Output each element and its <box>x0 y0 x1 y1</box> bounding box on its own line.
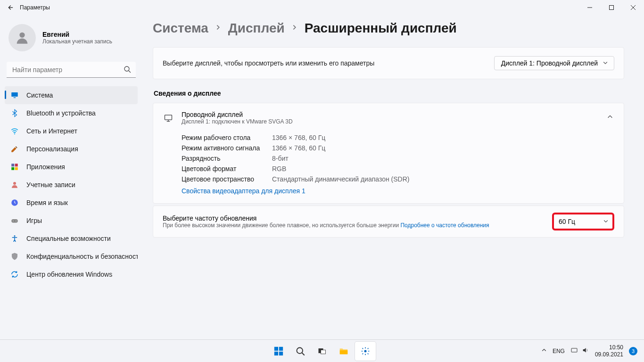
accounts-icon <box>10 181 19 189</box>
system-icon <box>10 91 19 99</box>
file-explorer-button[interactable] <box>333 342 354 361</box>
sidebar-item-label: Центр обновления Windows <box>26 271 112 278</box>
search-icon <box>124 66 131 75</box>
settings-app-button[interactable] <box>355 342 376 361</box>
network-icon[interactable] <box>570 346 578 355</box>
info-key: Режим активного сигнала <box>182 144 272 152</box>
expander-title: Проводной дисплей <box>182 111 293 118</box>
display-info-expander: Проводной дисплей Дисплей 1: подключен к… <box>153 103 624 204</box>
svg-rect-31 <box>340 350 348 354</box>
expander-header[interactable]: Проводной дисплей Дисплей 1: подключен к… <box>153 103 624 132</box>
sidebar-item-label: Конфиденциальность и безопасность <box>26 253 138 260</box>
sidebar-item-gaming[interactable]: Игры <box>5 212 138 230</box>
sidebar-item-label: Приложения <box>26 163 65 171</box>
info-key: Цветовое пространство <box>182 175 272 183</box>
info-value: Стандартный динамический диапазон (SDR) <box>272 175 409 183</box>
sidebar-item-update[interactable]: Центр обновления Windows <box>5 265 138 283</box>
svg-rect-13 <box>15 167 18 170</box>
breadcrumb-system[interactable]: Система <box>153 21 208 36</box>
maximize-button[interactable] <box>601 0 622 15</box>
sidebar-item-accessibility[interactable]: Специальные возможности <box>5 230 138 247</box>
expander-sub: Дисплей 1: подключен к VMware SVGA 3D <box>182 118 293 125</box>
svg-rect-25 <box>274 351 278 355</box>
svg-point-17 <box>13 221 14 222</box>
task-view-button[interactable] <box>312 342 332 361</box>
svg-point-5 <box>124 66 129 71</box>
sidebar-item-bluetooth[interactable]: Bluetooth и устройства <box>5 104 138 122</box>
bluetooth-icon <box>10 109 19 117</box>
gaming-icon <box>10 216 19 225</box>
info-row: Режим рабочего стола1366 × 768, 60 Гц <box>182 132 613 143</box>
search-box[interactable] <box>7 62 136 78</box>
svg-point-9 <box>14 133 15 134</box>
sidebar-item-time[interactable]: Время и язык <box>5 194 138 212</box>
language-indicator[interactable]: ENG <box>553 348 565 354</box>
sidebar-item-personalization[interactable]: Персонализация <box>5 140 138 158</box>
svg-point-19 <box>14 235 16 237</box>
close-button[interactable] <box>622 0 644 15</box>
info-row: Разрядность8-бит <box>182 153 613 164</box>
user-profile[interactable]: Евгений Локальная учетная запись <box>5 22 138 60</box>
svg-point-14 <box>13 182 16 185</box>
select-display-card: Выберите дисплей, чтобы просмотреть или … <box>153 47 624 79</box>
svg-rect-23 <box>274 346 278 350</box>
refresh-more-link[interactable]: Подробнее о частоте обновления <box>400 222 489 229</box>
sidebar-item-network[interactable]: Сеть и Интернет <box>5 122 138 140</box>
personalization-icon <box>10 145 19 153</box>
info-value: 1366 × 768, 60 Гц <box>272 144 325 152</box>
sidebar-item-system[interactable]: Система <box>5 86 138 104</box>
back-button[interactable] <box>7 4 13 11</box>
svg-rect-30 <box>321 350 326 354</box>
breadcrumb: Система Дисплей Расширенный дисплей <box>153 21 624 36</box>
start-button[interactable] <box>268 342 289 361</box>
sidebar-item-label: Сеть и Интернет <box>26 127 77 135</box>
info-key: Разрядность <box>182 155 272 162</box>
sidebar-item-privacy[interactable]: Конфиденциальность и безопасность <box>5 247 138 265</box>
adapter-properties-link[interactable]: Свойства видеоадаптера для дисплея 1 <box>182 184 305 197</box>
sidebar-item-apps[interactable]: Приложения <box>5 158 138 176</box>
info-row: Цветовой форматRGB <box>182 164 613 174</box>
monitor-icon <box>164 113 173 123</box>
section-heading: Сведения о дисплее <box>154 90 624 97</box>
info-value: RGB <box>272 165 286 173</box>
chevron-down-icon <box>603 59 608 67</box>
sidebar: Евгений Локальная учетная запись Система… <box>0 15 141 362</box>
refresh-rate-card: Выберите частоту обновления При более вы… <box>153 206 624 238</box>
clock[interactable]: 10:50 09.09.2021 <box>595 344 623 358</box>
search-input[interactable] <box>7 62 136 78</box>
sidebar-item-label: Система <box>26 91 53 99</box>
info-row: Режим активного сигнала1366 × 768, 60 Гц <box>182 143 613 153</box>
taskbar: ENG 10:50 09.09.2021 3 <box>0 339 644 362</box>
svg-rect-11 <box>15 164 18 166</box>
sidebar-item-label: Учетные записи <box>26 181 75 189</box>
info-value: 1366 × 768, 60 Гц <box>272 134 325 141</box>
svg-rect-1 <box>610 6 614 10</box>
svg-rect-8 <box>14 98 16 99</box>
select-display-label: Выберите дисплей, чтобы просмотреть или … <box>163 59 374 67</box>
sidebar-item-accounts[interactable]: Учетные записи <box>5 176 138 194</box>
main-content: Система Дисплей Расширенный дисплей Выбе… <box>141 15 644 362</box>
refresh-rate-selector[interactable]: 60 Гц <box>554 218 612 225</box>
avatar <box>8 24 36 51</box>
time: 10:50 <box>595 344 623 351</box>
page-title: Расширенный дисплей <box>305 21 457 36</box>
sidebar-item-label: Специальные возможности <box>26 235 111 242</box>
sidebar-item-label: Персонализация <box>26 145 78 153</box>
svg-rect-10 <box>11 164 14 166</box>
chevron-up-icon <box>607 114 613 122</box>
svg-point-32 <box>364 350 367 352</box>
titlebar: Параметры <box>0 0 644 15</box>
update-icon <box>10 270 19 279</box>
display-selector[interactable]: Дисплей 1: Проводной дисплей <box>494 56 614 70</box>
volume-icon[interactable] <box>582 346 589 355</box>
svg-point-18 <box>16 221 17 222</box>
minimize-button[interactable] <box>579 0 601 15</box>
svg-rect-20 <box>165 115 172 120</box>
tray-chevron-icon[interactable] <box>541 347 547 354</box>
svg-rect-7 <box>11 92 18 97</box>
breadcrumb-display[interactable]: Дисплей <box>228 21 285 36</box>
notification-badge[interactable]: 3 <box>629 347 637 355</box>
svg-rect-33 <box>571 348 577 352</box>
user-sub: Локальная учетная запись <box>42 38 112 45</box>
taskbar-search-button[interactable] <box>290 342 311 361</box>
